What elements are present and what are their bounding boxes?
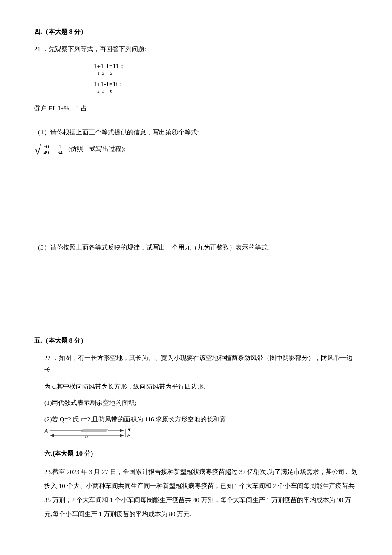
frac1-denominator: 49 [43,150,49,156]
q22-sub1: (1)用代数式表示剩余空地的面积; [44,397,358,409]
blank-space-2 [34,258,358,334]
radical-icon: √ [34,144,41,157]
q22-block: 22 ．如图，有一长方形空地，其长为。、宽为小现要在该空地种植两条防风带（图中阴… [34,352,358,521]
diagram-label-a: a [85,433,88,439]
eq1-main: 1+1-1=11； [94,62,358,71]
plus-sign: + [51,145,55,156]
q21-sub1: （1）请你根据上面三个等式提供的信息，写出第④个等式: [34,126,358,139]
q21-sub3: （3）请你按照上面各等式反映的规律，试写出一个用九（九为正整数）表示的等式. [34,241,358,254]
fraction-1: 50 49 [43,144,49,156]
q23-text: 23.截至 2023 年 3 月 27 日，全国累计报告接种新型冠状病毒疫苗超过… [44,465,358,521]
eq2-main: 1+1-1=1i； [94,80,358,89]
equations-block: 1+1-1=11； 1 2 2 1+1-1=1i； 2 3 6 [94,62,358,95]
blank-space-1 [34,173,358,241]
svg-marker-6 [120,434,124,437]
q21-intro: 21 ．先观察下列等式，再回答下列问题: [34,43,358,55]
diagram-down-arrow-icon: ▼ [127,427,132,432]
diagram-label-B: B [127,432,130,439]
diagram-label-A: A [44,428,48,434]
eq2-subscripts: 2 3 6 [94,88,358,94]
frac1-numerator: 50 [43,144,49,150]
frac2-numerator: 1 [58,144,62,150]
q21-formula: √ 50 49 + 1 64 (仿照上式写出过程); [34,143,358,156]
q22-sub2: (2)若 Q=2 氏 c=2,且防风带的面积为 116,求原长方形空地的长和宽. [44,413,358,426]
formula-tail-text: (仿照上式写出过程); [68,145,125,152]
section-6-header: 六.(本大题 10 分) [44,447,358,460]
svg-marker-3 [120,429,124,432]
eq3-line: ③户 FJ=I+%; =1 占 [34,102,358,115]
svg-marker-5 [50,434,54,437]
sqrt-expression: √ 50 49 + 1 64 [34,143,65,156]
q22-diagram: A a ▼ B [44,427,358,440]
section-5-header: 五.（本大题 8 分） [34,334,358,347]
section-4-header: 四.（本大题 8 分） [34,26,358,38]
eq1-subscripts: 1 2 2 [94,70,358,76]
q22-line1: 22 ．如图，有一长方形空地，其长为。、宽为小现要在该空地种植两条防风带（图中阴… [44,352,358,376]
fraction-2: 1 64 [56,144,63,156]
radicand: 50 49 + 1 64 [41,143,65,156]
frac2-denominator: 64 [56,150,63,156]
svg-marker-1 [81,429,108,432]
q22-line2: 为 c,其中横向防风带为长方形，纵向防风带为平行四边形. [44,381,358,393]
